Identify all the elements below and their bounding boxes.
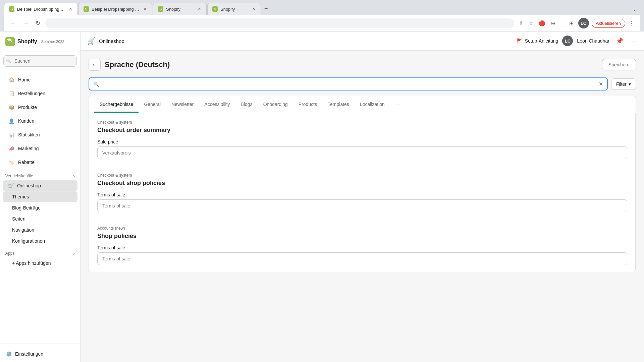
tab-newsletter[interactable]: Newsletter	[166, 97, 199, 113]
tabs-row: S Beispiel Dropshipping Store · ... × S …	[4, 3, 640, 15]
sales-channels-expand-icon[interactable]: ›	[73, 173, 75, 179]
browser-user-avatar[interactable]: LC	[578, 18, 589, 28]
tab-localization[interactable]: Localization	[355, 97, 390, 113]
field-input-terms-2[interactable]	[97, 252, 627, 265]
sidebar-item-themes[interactable]: Themes	[3, 191, 77, 202]
field-label-terms-1: Terms of sale	[97, 192, 627, 197]
sidebar-item-configurations[interactable]: Konfigurationen	[3, 236, 77, 246]
tab-general[interactable]: General	[139, 97, 166, 113]
sidebar-item-customers[interactable]: 👤 Kunden	[3, 114, 77, 128]
onlineshop-icon: 🛒	[8, 183, 14, 188]
tab-title-3: Shopify	[166, 7, 195, 12]
sidebar-item-marketing[interactable]: 📣 Marketing	[3, 142, 77, 155]
tab-list-button[interactable]: ⌄	[631, 4, 640, 15]
user-avatar[interactable]: LC	[562, 36, 573, 46]
field-input-terms-1[interactable]	[97, 199, 627, 212]
extension-btn-1[interactable]: 🔴	[537, 18, 547, 28]
tab-templates[interactable]: Templates	[322, 97, 355, 113]
apps-expand-icon[interactable]: ›	[73, 251, 75, 256]
more-options-button[interactable]: ⋯	[629, 36, 637, 46]
tab-favicon-4: S	[212, 6, 218, 12]
add-apps-button[interactable]: + Apps hinzufügen	[3, 258, 77, 268]
filter-button[interactable]: Filter ▾	[611, 78, 636, 90]
bookmark-button[interactable]: ☆	[527, 18, 535, 28]
extension-btn-3[interactable]: ≡	[558, 18, 566, 28]
back-button[interactable]: ←	[89, 59, 101, 71]
sales-channels-header: Vertriebskanäle ›	[0, 169, 80, 180]
extension-btn-4[interactable]: ⊞	[567, 18, 576, 28]
shopify-badge: Sommer 2022	[41, 40, 64, 44]
tab-close-1[interactable]: ×	[68, 6, 73, 12]
sidebar-item-navigation[interactable]: Navigation	[3, 225, 77, 235]
reload-button[interactable]: ↻	[34, 18, 43, 28]
tab-close-4[interactable]: ×	[252, 6, 256, 12]
sidebar-search-wrapper	[3, 55, 77, 67]
search-filter-row: 🔍 sale ✕ Filter ▾	[89, 77, 636, 90]
sidebar-item-label-onlineshop: Onlineshop	[17, 183, 41, 188]
sidebar-search-input[interactable]	[3, 55, 77, 67]
apps-header: Apps ›	[0, 247, 80, 257]
orders-icon: 📋	[8, 90, 15, 97]
shopify-text: Shopify	[17, 39, 37, 45]
tab-title-4: Shopify	[220, 7, 249, 12]
sidebar-item-label-blog: Blog-Beiträge	[12, 205, 41, 210]
search-clear-icon[interactable]: ✕	[599, 81, 603, 87]
sidebar-item-label-pages: Seiten	[12, 216, 25, 222]
update-button[interactable]: Aktualisieren	[592, 19, 625, 28]
tab-favicon-1: S	[9, 6, 14, 12]
section-category-1: Checkout & system	[97, 120, 627, 125]
sidebar-item-onlineshop[interactable]: 🛒 Onlineshop	[3, 180, 77, 191]
browser-tab-2[interactable]: S Beispiel Dropshipping Store ×	[78, 3, 152, 15]
new-tab-button[interactable]: +	[262, 3, 271, 15]
tab-title-1: Beispiel Dropshipping Store · ...	[17, 7, 66, 12]
tab-favicon-2: S	[84, 6, 89, 12]
share-button[interactable]: ⇧	[517, 18, 525, 28]
user-name[interactable]: Leon Chaudhari	[577, 38, 610, 44]
tab-products[interactable]: Products	[293, 97, 322, 113]
sidebar-item-label-customers: Kunden	[18, 118, 34, 124]
tab-close-3[interactable]: ×	[197, 6, 202, 12]
sidebar-item-label-discounts: Rabatte	[18, 160, 35, 165]
browser-tab-4[interactable]: S Shopify ×	[207, 3, 261, 15]
top-bar: 🛒 Onlineshop 🚩 Setup-Anleitung LC Leon C…	[80, 32, 644, 51]
tab-close-2[interactable]: ×	[143, 6, 147, 12]
tab-accessibility[interactable]: Accessibility	[199, 97, 235, 113]
browser-tab-3[interactable]: S Shopify ×	[153, 3, 207, 15]
filter-label: Filter	[616, 81, 627, 87]
forward-nav-button[interactable]: →	[21, 18, 31, 28]
extension-btn-2[interactable]: ⊕	[549, 18, 557, 28]
tab-search-results[interactable]: Suchergebnisse	[94, 97, 139, 113]
tab-blogs[interactable]: Blogs	[235, 97, 258, 113]
save-button[interactable]: Speichern	[602, 59, 636, 70]
section-category-3: Accounts (new)	[97, 226, 627, 231]
content-search-input[interactable]: sale	[102, 81, 596, 87]
sidebar-item-analytics[interactable]: 📊 Statistiken	[3, 128, 77, 141]
sales-channels-label: Vertriebskanäle	[5, 174, 33, 178]
content-search: 🔍 sale ✕	[89, 77, 608, 90]
pin-button[interactable]: 📌	[614, 36, 625, 46]
section-name-3: Shop policies	[97, 233, 627, 240]
sidebar-item-discounts[interactable]: 🏷️ Rabatte	[3, 156, 77, 169]
sidebar-item-label-home: Home	[18, 77, 31, 82]
home-icon: 🏠	[8, 76, 15, 83]
back-nav-button[interactable]: ←	[8, 18, 18, 28]
tab-onboarding[interactable]: Onboarding	[258, 97, 293, 113]
sidebar-item-products[interactable]: 📦 Produkte	[3, 101, 77, 114]
tabs-row-content: Suchergebnisse General Newsletter Access…	[89, 96, 636, 113]
sidebar-item-home[interactable]: 🏠 Home	[3, 73, 77, 86]
sub-nav: Themes Blog-Beiträge Seiten Navigation K…	[0, 191, 80, 246]
setup-guide-button[interactable]: 🚩 Setup-Anleitung	[517, 38, 558, 44]
sidebar-item-label-themes: Themes	[12, 194, 29, 199]
tab-title-2: Beispiel Dropshipping Store	[92, 7, 140, 12]
field-input-sale-price[interactable]	[97, 146, 627, 159]
sidebar-item-pages[interactable]: Seiten	[3, 214, 77, 224]
browser-tab-1[interactable]: S Beispiel Dropshipping Store · ... ×	[4, 3, 78, 15]
sidebar-item-orders[interactable]: 📋 Bestellungen	[3, 87, 77, 100]
sidebar-item-settings[interactable]: ⚙️ Einstellungen	[3, 348, 77, 360]
main-content: 🛒 Onlineshop 🚩 Setup-Anleitung LC Leon C…	[80, 32, 644, 362]
tabs-more-button[interactable]: ⋯	[391, 96, 403, 113]
browser-menu-button[interactable]: ⋮	[627, 18, 636, 28]
address-bar[interactable]: beispiel-dropshipping-store.myshopify.co…	[45, 18, 514, 28]
url-input[interactable]: beispiel-dropshipping-store.myshopify.co…	[51, 21, 508, 26]
sidebar-item-blog[interactable]: Blog-Beiträge	[3, 202, 77, 213]
